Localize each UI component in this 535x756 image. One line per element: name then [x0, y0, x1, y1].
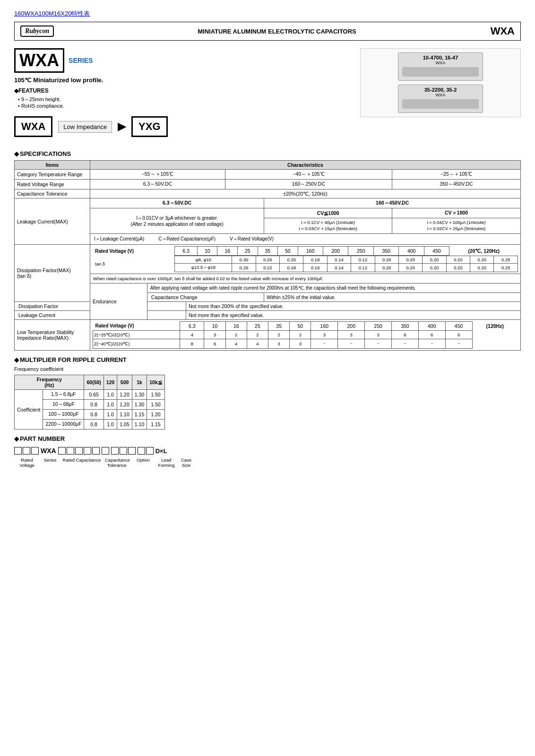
- dissipation-values-table: φ8, φ10 0.30 0.26 0.20 0.18 0.14 0.12 0.…: [174, 256, 518, 272]
- specifications-table: Items Characteristics Category Temperatu…: [14, 160, 521, 351]
- cap-image-top: 10-4700, 16-47 WXA: [398, 52, 483, 81]
- col-freq-3: 500: [117, 375, 132, 390]
- endurance-label-3: Leakage Current: [15, 311, 186, 320]
- label-case-size: Case Size: [177, 457, 196, 468]
- val-2-5: 1.50: [147, 400, 165, 410]
- val-3-5: 1.20: [147, 410, 165, 420]
- coefficient-label: Coefficient: [15, 390, 43, 430]
- square: [58, 447, 66, 455]
- item-dissipation: Dissipation Factor(MAX)(tan δ): [15, 245, 90, 302]
- dissipation-footer-note: When rated capacitance is over 1000μF, t…: [90, 274, 521, 284]
- table-row: Coefficient 1.5～6.8μF 0.65 1.0 1.20 1.30…: [15, 390, 165, 400]
- cv-gt-1000-header: CV＞1000: [392, 208, 521, 218]
- cap-range-3: 100～1000μF: [43, 410, 84, 420]
- feature-item: 9～25mm height.: [18, 96, 360, 103]
- square: [102, 447, 109, 455]
- cap-tolerance-value: ±20%(20℃, 120Hz): [90, 189, 521, 198]
- part-rated-voltage-box: [14, 447, 39, 455]
- item-low-temp: Low Temperature StabilityImpedance Ratio…: [15, 320, 90, 351]
- item-leakage: Leakage Current(MAX): [15, 198, 90, 245]
- val-1-5: 1.50: [147, 390, 165, 400]
- val-4-3: 1.05: [117, 420, 132, 430]
- val-1-2: 1.0: [104, 390, 117, 400]
- rated-cap-squares: [58, 447, 100, 455]
- label-option: Option: [130, 457, 156, 463]
- item-cap-tolerance: Capacitance Tolerance: [15, 189, 90, 198]
- val-3-1: 0.8: [84, 410, 104, 420]
- col-freq-4: 1k: [132, 375, 147, 390]
- features-title: ◆FEATURES: [14, 87, 360, 94]
- item-category-temp: Category Temperature Range: [15, 170, 90, 180]
- multiplier-subtitle: Frequency coefficient: [14, 366, 521, 372]
- endurance-value-2: Not more than 200% of the specified valu…: [186, 302, 521, 311]
- upgrade-block: WXA Low Impedance ▶ YXG: [14, 116, 360, 137]
- square: [75, 447, 83, 455]
- table-row: Category Temperature Range −55～＋105℃ −40…: [15, 170, 521, 180]
- table-row: Rated Voltage Range 6.3～50V.DC 160～250V.…: [15, 180, 521, 189]
- val-1-1: 0.65: [84, 390, 104, 400]
- table-row: Dissipation Factor Not more than 200% of…: [15, 302, 521, 311]
- table-row: Frequency(Hz) 60(50) 120 500 1k 10k≦: [15, 375, 165, 390]
- square: [138, 447, 145, 455]
- lead-forming-squares: [138, 447, 154, 455]
- temp-range-2: −40～＋105℃: [225, 170, 392, 180]
- val-4-5: 1.15: [147, 420, 165, 430]
- val-3-2: 1.0: [104, 410, 117, 420]
- cap-image-bottom: 35-2200, 35-2 WXA: [398, 85, 483, 113]
- low-temp-table-container: Rated Voltage (V) 6.3 10 16 25 35 50 160…: [90, 320, 521, 351]
- feature-item: RoHS compliance.: [18, 103, 360, 109]
- label-rated-cap: Rated Capacitance: [60, 457, 103, 463]
- leakage-range-header-2: 160～450V.DC: [264, 198, 521, 208]
- square: [92, 447, 100, 455]
- series-name: WXA: [14, 48, 64, 73]
- val-3-4: 1.15: [132, 410, 147, 420]
- cap-range-2: 10～68μF: [43, 400, 84, 410]
- logo: Rubycon: [20, 26, 54, 37]
- table-row: I＝0.01CV or 3μA whichever is greater. (A…: [15, 208, 521, 218]
- val-2-2: 1.0: [104, 400, 117, 410]
- endurance-preamble: After applying rated voltage with rated …: [147, 284, 520, 293]
- part-series-box: WXA: [41, 447, 56, 455]
- col-freq-2: 120: [104, 375, 117, 390]
- leakage-legend: I＝Leakage Current(μA) C＝Rated Capacitanc…: [90, 234, 521, 245]
- table-row: φ12.5～φ18 0.26 0.22 0.18 0.16 0.14 0.12 …: [175, 264, 518, 272]
- to-series: YXG: [131, 116, 167, 137]
- product-images: 10-4700, 16-47 WXA 35-2200, 35-2 WXA: [360, 48, 521, 117]
- part-case-size-text: D×L: [155, 447, 167, 455]
- square: [23, 447, 30, 455]
- header-series-code: WXA: [491, 25, 515, 37]
- val-2-3: 1.20: [117, 400, 132, 410]
- series-label: SERIES: [69, 57, 93, 64]
- val-4-2: 1.0: [104, 420, 117, 430]
- val-1-3: 1.20: [117, 390, 132, 400]
- multiplier-table: Frequency(Hz) 60(50) 120 500 1k 10k≦ Coe…: [14, 375, 165, 430]
- table-row: I＝Leakage Current(μA) C＝Rated Capacitanc…: [15, 234, 521, 245]
- header-title: MINIATURE ALUMINUM ELECTROLYTIC CAPACITO…: [63, 28, 490, 35]
- square: [146, 447, 154, 455]
- leakage-range-header-1: 6.3～50V.DC: [90, 198, 264, 208]
- page-title: 160WXA100M16X20特性表: [14, 9, 521, 18]
- square: [31, 447, 39, 455]
- part-option-box: [111, 447, 136, 455]
- series-block: WXA SERIES 105℃ Miniaturized low profile…: [14, 48, 521, 145]
- series-left: WXA SERIES 105℃ Miniaturized low profile…: [14, 48, 360, 145]
- cap-range-1: 1.5～6.8μF: [43, 390, 84, 400]
- square: [84, 447, 91, 455]
- option-squares: [111, 447, 136, 455]
- square: [67, 447, 74, 455]
- part-boxes: WXA: [14, 447, 521, 455]
- dissipation-note-temp: Rated Voltage (V) 6.3 10 16 25 35 50 160…: [90, 245, 521, 274]
- col-freq-1: 60(50): [84, 375, 104, 390]
- part-lead-forming-box: [138, 447, 154, 455]
- table-row: Low Temperature StabilityImpedance Ratio…: [15, 320, 521, 351]
- part-labels-row: Rated Voltage Series Rated Capacitance C…: [14, 457, 521, 468]
- val-2-1: 0.8: [84, 400, 104, 410]
- col-items: Items: [15, 161, 90, 170]
- item-voltage-range: Rated Voltage Range: [15, 180, 90, 189]
- endurance-value-1: Within ±25% of the initial value.: [264, 293, 521, 302]
- col-coefficient: Frequency(Hz): [15, 375, 84, 390]
- val-3-3: 1.10: [117, 410, 132, 420]
- leakage-formula-2: I＝0.1CV＋40μA (1minute) I＝0.03CV＋15μA (5m…: [264, 218, 392, 234]
- voltage-range-2: 160～250V.DC: [225, 180, 392, 189]
- label-rated-voltage: Rated Voltage: [14, 457, 40, 468]
